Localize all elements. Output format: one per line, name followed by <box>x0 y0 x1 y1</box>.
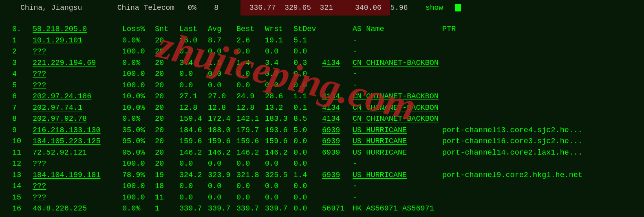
col-ip[interactable]: 58.218.205.0 <box>33 24 122 35</box>
hop-asn[interactable]: 56971 <box>322 203 353 215</box>
hop-last: 0.0 <box>179 69 208 80</box>
hop-stdev: 0.0 <box>293 192 322 204</box>
hop-asname[interactable]: US HURRICANE <box>353 170 442 181</box>
hop-wrst: 0.0 <box>265 46 293 58</box>
hop-loss: 100.0 <box>122 46 155 58</box>
hop-number: 6 <box>12 91 33 102</box>
hop-ip[interactable]: 72.52.92.121 <box>33 147 122 159</box>
hop-loss: 100.0 <box>122 69 155 80</box>
hop-ip[interactable]: ??? <box>33 192 122 204</box>
hop-ptr <box>442 158 605 170</box>
col-asname: AS Name <box>353 24 442 35</box>
hop-number: 1 <box>12 35 33 46</box>
hop-asname[interactable]: CN CHINANET-BACKBON <box>353 91 442 102</box>
hop-loss: 0.0% <box>122 58 155 69</box>
hop-loss: 100.0 <box>122 192 155 204</box>
hop-ip[interactable]: 221.229.194.69 <box>33 58 122 69</box>
hop-asn[interactable]: 4134 <box>322 113 353 125</box>
hop-stdev: 0.0 <box>293 46 322 58</box>
hop-avg: 8.7 <box>208 35 236 46</box>
hop-avg: 12.8 <box>208 102 236 114</box>
table-row: 13184.104.199.18178.9%19324.2323.9321.83… <box>12 170 644 181</box>
hop-stdev: 1.1 <box>293 91 322 102</box>
hop-ip[interactable]: ??? <box>33 158 122 170</box>
hop-asname[interactable]: CN CHINANET-BACKBON <box>353 58 442 69</box>
hop-number: 4 <box>12 69 33 80</box>
hop-ip[interactable]: 46.8.226.225 <box>33 203 122 215</box>
hop-avg: 323.9 <box>208 170 236 181</box>
col-snt: Snt <box>155 24 179 35</box>
hop-ip[interactable]: ??? <box>33 181 122 192</box>
hop-asn[interactable]: 6939 <box>322 136 353 147</box>
hop-asname[interactable]: US HURRICANE <box>353 125 442 136</box>
hop-ip[interactable]: ??? <box>33 46 122 58</box>
hop-asn[interactable]: 4134 <box>322 102 353 114</box>
hop-best: 142.1 <box>236 113 265 125</box>
table-row: 2???100.0200.00.00.00.00.0- <box>12 46 644 58</box>
hop-asn[interactable]: 6939 <box>322 147 353 159</box>
hop-asname: - <box>353 35 442 46</box>
hop-avg: 0.0 <box>208 80 236 91</box>
hop-avg: 27.0 <box>208 91 236 102</box>
hop-ptr <box>442 91 605 102</box>
hop-asname[interactable]: CN CHINANET-BACKBON <box>353 113 442 125</box>
hop-avg: 0.0 <box>208 181 236 192</box>
hop-ip[interactable]: 202.97.92.78 <box>33 113 122 125</box>
hop-ip[interactable]: 202.97.24.186 <box>33 91 122 102</box>
hop-ip[interactable]: 10.1.29.101 <box>33 35 122 46</box>
hop-asname: - <box>353 46 442 58</box>
table-row: 8202.97.92.780.0%20159.4172.4142.1183.38… <box>12 113 644 125</box>
hop-ip[interactable]: 184.105.223.125 <box>33 136 122 147</box>
hop-ip[interactable]: 184.104.199.181 <box>33 170 122 181</box>
hop-asname[interactable]: US HURRICANE <box>353 147 442 159</box>
hop-number: 14 <box>12 181 33 192</box>
hop-wrst: 159.6 <box>265 136 293 147</box>
hop-snt: 20 <box>155 125 179 136</box>
col-ptr: PTR <box>442 24 605 35</box>
mtr-table: 0. 58.218.205.0 Loss% Snt Last Avg Best … <box>12 24 644 215</box>
summary-hops: 8 <box>214 4 218 12</box>
hop-asn[interactable]: 4134 <box>322 91 353 102</box>
hop-asn[interactable]: 6939 <box>322 125 353 136</box>
col-last: Last <box>179 24 208 35</box>
hop-avg: 0.0 <box>208 69 236 80</box>
hop-ip[interactable]: 216.218.133.130 <box>33 125 122 136</box>
hop-wrst: 0.0 <box>265 158 293 170</box>
hop-wrst: 0.0 <box>265 69 293 80</box>
hop-best: 146.2 <box>236 147 265 159</box>
hop-asn[interactable]: 4134 <box>322 58 353 69</box>
show-link[interactable]: show <box>426 4 443 12</box>
hop-ip[interactable]: 202.97.74.1 <box>33 102 122 114</box>
hop-best: 179.7 <box>236 125 265 136</box>
hop-best: 0.0 <box>236 158 265 170</box>
hop-ip[interactable]: ??? <box>33 69 122 80</box>
summary-last: 336.77 329.65 321 340.06 <box>240 0 390 16</box>
table-row: 14???100.0180.00.00.00.00.0- <box>12 181 644 192</box>
hop-last: 324.2 <box>179 170 208 181</box>
table-row: 1646.8.226.2250.0%1339.7339.7339.7339.70… <box>12 203 644 215</box>
hop-loss: 0.0% <box>122 113 155 125</box>
hop-stdev: 0.1 <box>293 102 322 114</box>
hop-avg: 172.4 <box>208 113 236 125</box>
table-row: 10184.105.223.12595.0%20159.6159.6159.61… <box>12 136 644 147</box>
hop-stdev: 5.1 <box>293 35 322 46</box>
hop-wrst: 0.0 <box>265 181 293 192</box>
summary-loss: 0% <box>188 4 197 12</box>
hop-wrst: 28.6 <box>265 91 293 102</box>
location-label: China, Jiangsu <box>20 4 82 12</box>
hop-ip[interactable]: ??? <box>33 80 122 91</box>
hop-number: 3 <box>12 58 33 69</box>
hop-asn[interactable]: 6939 <box>322 170 353 181</box>
hop-asn <box>322 69 353 80</box>
col-loss: Loss% <box>122 24 155 35</box>
hop-asname[interactable]: HK AS56971 AS56971 <box>353 203 442 215</box>
table-row: 110.1.29.1010.0%2016.08.72.619.15.1- <box>12 35 644 46</box>
hop-last: 159.6 <box>179 136 208 147</box>
hop-asname: - <box>353 181 442 192</box>
hop-snt: 20 <box>155 80 179 91</box>
hop-loss: 0.0% <box>122 203 155 215</box>
hop-last: 0.0 <box>179 181 208 192</box>
hop-asname[interactable]: US HURRICANE <box>353 136 442 147</box>
hop-asname[interactable]: CN CHINANET-BACKBON <box>353 102 442 114</box>
hop-ptr <box>442 46 605 58</box>
